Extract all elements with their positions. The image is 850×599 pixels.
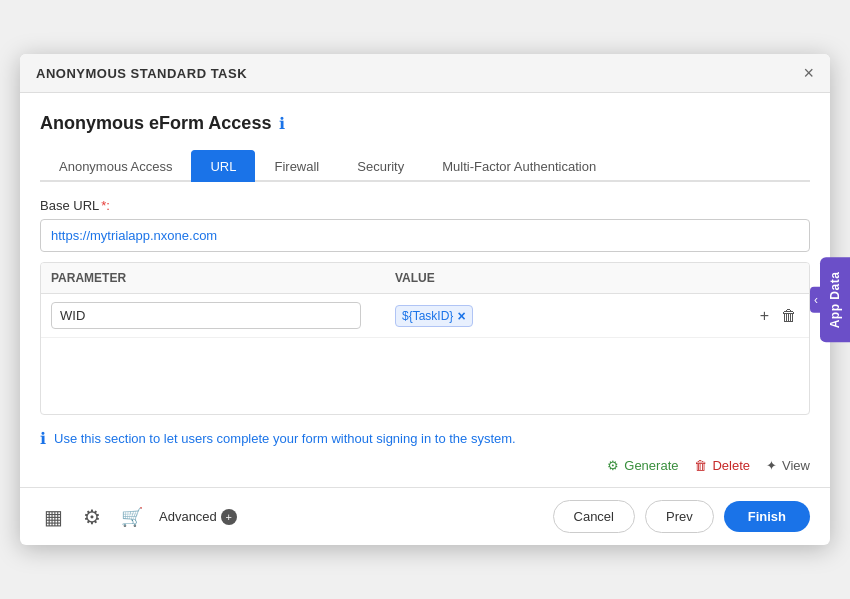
table-row: ${TaskID} × + 🗑 bbox=[41, 294, 809, 338]
advanced-plus-icon: + bbox=[221, 509, 237, 525]
cancel-button[interactable]: Cancel bbox=[553, 500, 635, 533]
generate-label: Generate bbox=[624, 458, 678, 473]
prev-button[interactable]: Prev bbox=[645, 500, 714, 533]
footer-left: ▦ ⚙ 🛒 Advanced + bbox=[40, 501, 237, 533]
params-body: ${TaskID} × + 🗑 bbox=[41, 294, 809, 414]
params-header: PARAMETER VALUE bbox=[41, 263, 809, 294]
table-icon-button[interactable]: ▦ bbox=[40, 501, 67, 533]
tab-firewall[interactable]: Firewall bbox=[255, 150, 338, 182]
delete-button[interactable]: 🗑 Delete bbox=[694, 458, 750, 473]
value-tag-text: ${TaskID} bbox=[402, 309, 453, 323]
info-note: ℹ Use this section to let users complete… bbox=[40, 415, 810, 458]
param-input-cell[interactable] bbox=[51, 302, 395, 329]
cart-icon: 🛒 bbox=[121, 507, 143, 527]
view-icon: ✦ bbox=[766, 458, 777, 473]
advanced-button[interactable]: Advanced + bbox=[159, 509, 237, 525]
advanced-label: Advanced bbox=[159, 509, 217, 524]
tab-mfa[interactable]: Multi-Factor Authentication bbox=[423, 150, 615, 182]
gear-icon: ⚙ bbox=[83, 506, 101, 528]
window-title: ANONYMOUS STANDARD TASK bbox=[36, 66, 247, 81]
delete-label: Delete bbox=[712, 458, 750, 473]
gear-icon-button[interactable]: ⚙ bbox=[79, 501, 105, 533]
info-circle-icon: ℹ bbox=[40, 429, 46, 448]
param-col-header: PARAMETER bbox=[51, 271, 395, 285]
view-label: View bbox=[782, 458, 810, 473]
value-col-header: VALUE bbox=[395, 271, 739, 285]
info-note-text: Use this section to let users complete y… bbox=[54, 431, 516, 446]
modal-header: Anonymous eForm Access ℹ bbox=[40, 113, 810, 134]
table-icon: ▦ bbox=[44, 506, 63, 528]
tab-security[interactable]: Security bbox=[338, 150, 423, 182]
add-param-button[interactable]: + bbox=[758, 305, 771, 327]
side-panel[interactable]: ‹ App Data bbox=[820, 257, 850, 342]
delete-param-button[interactable]: 🗑 bbox=[779, 305, 799, 327]
generate-icon: ⚙ bbox=[607, 458, 619, 473]
value-tag: ${TaskID} × bbox=[395, 305, 473, 327]
tab-anonymous-access[interactable]: Anonymous Access bbox=[40, 150, 191, 182]
tab-content: Base URL*: PARAMETER VALUE bbox=[40, 198, 810, 415]
cart-icon-button[interactable]: 🛒 bbox=[117, 501, 147, 532]
value-cell: ${TaskID} × bbox=[395, 305, 739, 327]
side-panel-label[interactable]: App Data bbox=[820, 257, 850, 342]
finish-button[interactable]: Finish bbox=[724, 501, 810, 532]
row-actions: + 🗑 bbox=[739, 305, 799, 327]
parameter-input[interactable] bbox=[51, 302, 361, 329]
delete-icon: 🗑 bbox=[694, 458, 707, 473]
modal-heading: Anonymous eForm Access bbox=[40, 113, 271, 134]
footer-right: Cancel Prev Finish bbox=[553, 500, 810, 533]
title-bar: ANONYMOUS STANDARD TASK × bbox=[20, 54, 830, 93]
base-url-input[interactable] bbox=[40, 219, 810, 252]
actions-row: ⚙ Generate 🗑 Delete ✦ View bbox=[40, 458, 810, 487]
base-url-label: Base URL*: bbox=[40, 198, 810, 213]
tab-url[interactable]: URL bbox=[191, 150, 255, 182]
tab-bar: Anonymous Access URL Firewall Security M… bbox=[40, 150, 810, 182]
close-button[interactable]: × bbox=[803, 64, 814, 82]
params-table: PARAMETER VALUE ${TaskID} bbox=[40, 262, 810, 415]
modal-footer: ▦ ⚙ 🛒 Advanced + Cancel Prev Finish bbox=[20, 487, 830, 545]
info-icon[interactable]: ℹ bbox=[279, 114, 285, 133]
modal-body: Anonymous eForm Access ℹ Anonymous Acces… bbox=[20, 93, 830, 487]
generate-button[interactable]: ⚙ Generate bbox=[607, 458, 678, 473]
view-button[interactable]: ✦ View bbox=[766, 458, 810, 473]
value-tag-remove[interactable]: × bbox=[457, 309, 465, 323]
